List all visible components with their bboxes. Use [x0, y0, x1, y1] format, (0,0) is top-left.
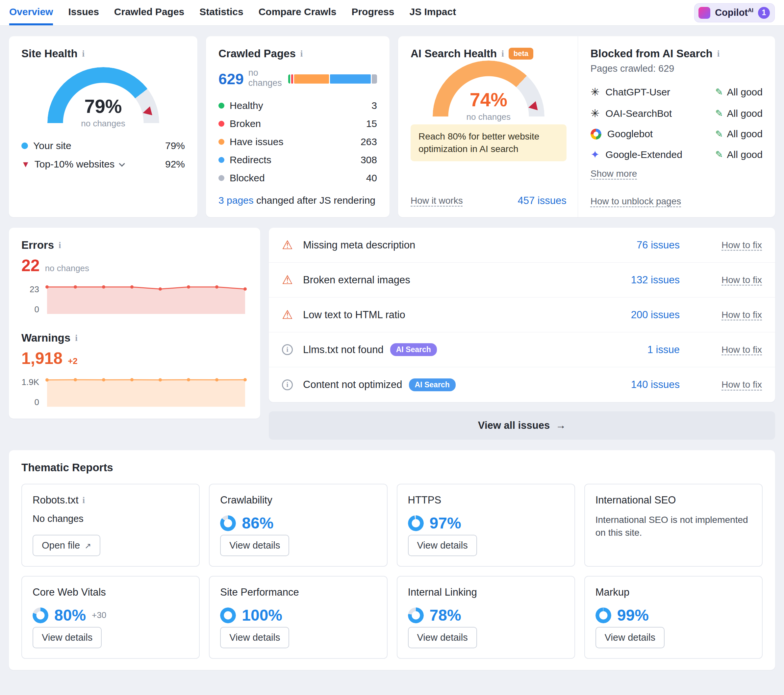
show-more-link[interactable]: Show more [591, 168, 763, 179]
copilot-label: CopilotAI [715, 7, 753, 18]
edit-icon[interactable] [715, 87, 723, 97]
item-value[interactable]: 308 [361, 154, 377, 166]
edit-icon[interactable] [715, 128, 723, 140]
view-details-button[interactable]: View details [33, 627, 102, 648]
report-title: Robots.txt [33, 494, 79, 506]
ai-issues-link[interactable]: 457 issues [517, 195, 566, 207]
ai-search-health-gauge: 74% no changes [433, 61, 545, 122]
bot-row: ChatGPT-User All good [591, 81, 763, 103]
how-to-fix-link[interactable]: How to fix [721, 310, 762, 320]
y-axis-min: 0 [35, 305, 39, 315]
report-title: International SEO [596, 494, 676, 506]
issue-count-link[interactable]: 76 issues [637, 239, 680, 251]
view-details-button[interactable]: View details [220, 535, 289, 556]
tab-progress[interactable]: Progress [351, 0, 394, 25]
js-pages-link[interactable]: 3 pages [219, 195, 254, 206]
how-to-fix-link[interactable]: How to fix [721, 379, 762, 390]
how-to-fix-link[interactable]: How to fix [721, 240, 762, 250]
item-value[interactable]: 40 [366, 173, 377, 184]
issue-count-link[interactable]: 132 issues [631, 274, 680, 286]
list-item: Redirects 308 [219, 154, 377, 166]
nav-tabs: Overview Issues Crawled Pages Statistics… [9, 0, 456, 25]
how-to-fix-link[interactable]: How to fix [721, 344, 762, 355]
report-title: Internal Linking [408, 586, 477, 598]
item-value[interactable]: 15 [366, 118, 377, 129]
issue-count-link[interactable]: 1 issue [647, 344, 680, 356]
js-note-text: changed after JS rendering [254, 195, 376, 206]
robots-txt-card: Robots.txt No changes Open file [21, 484, 200, 567]
how-to-fix-link[interactable]: How to fix [721, 275, 762, 285]
errors-sparkline-chart [44, 284, 248, 315]
errors-delta: no changes [45, 263, 89, 273]
info-icon[interactable] [82, 49, 85, 59]
report-title: HTTPS [408, 494, 441, 506]
tab-issues[interactable]: Issues [68, 0, 99, 25]
errors-count: 22 [21, 256, 40, 275]
blue-dot-icon [21, 142, 28, 149]
info-icon[interactable] [75, 333, 77, 343]
copilot-button[interactable]: CopilotAI 1 [694, 3, 775, 22]
info-icon[interactable] [300, 49, 303, 59]
view-details-button[interactable]: View details [220, 627, 289, 648]
tab-js-impact[interactable]: JS Impact [409, 0, 456, 25]
list-item: Broken 15 [219, 118, 377, 129]
crawled-pages-delta: no changes [249, 68, 288, 90]
view-details-button[interactable]: View details [408, 627, 477, 648]
item-value[interactable]: 263 [361, 136, 377, 147]
item-label: Redirects [230, 154, 272, 166]
tab-overview[interactable]: Overview [9, 0, 53, 25]
how-to-unblock-link[interactable]: How to unblock pages [591, 188, 763, 207]
crawled-pages-card: Crawled Pages 629 no changes Healthy 3 B… [206, 36, 390, 217]
edit-icon[interactable] [715, 149, 723, 160]
tab-compare-crawls[interactable]: Compare Crawls [259, 0, 336, 25]
view-details-button[interactable]: View details [596, 627, 665, 648]
tab-statistics[interactable]: Statistics [199, 0, 243, 25]
issue-label: Content not optimized [303, 379, 402, 390]
have-issues-dot-icon [219, 139, 224, 145]
y-axis-max: 1.9K [22, 377, 40, 387]
top-issues-panel: Missing meta description 76 issues How t… [269, 228, 775, 440]
issue-count-link[interactable]: 140 issues [631, 379, 680, 390]
report-score: 99% [617, 606, 649, 624]
issue-count-link[interactable]: 200 issues [631, 309, 680, 321]
redirects-dot-icon [219, 157, 224, 163]
site-health-card: Site Health 79% no changes Your site 79% [9, 36, 198, 217]
issue-row: Llms.txt not found AI Search 1 issue How… [269, 333, 775, 367]
view-details-button[interactable]: View details [408, 535, 477, 556]
arrow-right-icon [556, 420, 566, 431]
report-title: Core Web Vitals [33, 586, 106, 598]
pages-crawled-label: Pages crawled: 629 [591, 63, 763, 74]
https-card: HTTPS 97% View details [397, 484, 575, 567]
tab-crawled-pages[interactable]: Crawled Pages [114, 0, 184, 25]
info-icon[interactable] [717, 49, 720, 59]
report-title: Markup [596, 586, 629, 598]
item-value[interactable]: 3 [371, 100, 377, 111]
warnings-count: 1,918 [21, 349, 63, 368]
site-health-title: Site Health [21, 48, 77, 60]
edit-icon[interactable] [715, 108, 723, 119]
item-label: Have issues [230, 136, 283, 147]
site-health-value: 79% [48, 96, 159, 117]
crawled-pages-stacked-bar [288, 74, 377, 84]
how-it-works-link[interactable]: How it works [410, 196, 463, 206]
progress-donut-icon [220, 608, 236, 623]
issue-label: Llms.txt not found [303, 344, 384, 356]
warning-triangle-icon [282, 238, 303, 252]
openai-logo-icon [591, 107, 600, 120]
button-label: View details [229, 540, 280, 551]
bot-row: Google-Extended All good [591, 144, 763, 165]
progress-donut-icon [408, 608, 424, 623]
open-file-button[interactable]: Open file [33, 535, 100, 556]
issue-row: Content not optimized AI Search 140 issu… [269, 367, 775, 402]
item-label: Broken [230, 118, 261, 129]
ai-search-health-delta: no changes [433, 112, 545, 122]
view-all-issues-button[interactable]: View all issues [269, 411, 775, 440]
list-item: Have issues 263 [219, 136, 377, 147]
info-icon[interactable] [82, 495, 85, 506]
robots-status: No changes [33, 513, 84, 524]
report-score: 78% [430, 606, 461, 624]
report-score: 80% [54, 606, 86, 624]
blocked-ai-panel: Blocked from AI Search Pages crawled: 62… [578, 36, 775, 217]
crawled-pages-count[interactable]: 629 [219, 70, 244, 88]
info-icon[interactable] [59, 240, 61, 250]
